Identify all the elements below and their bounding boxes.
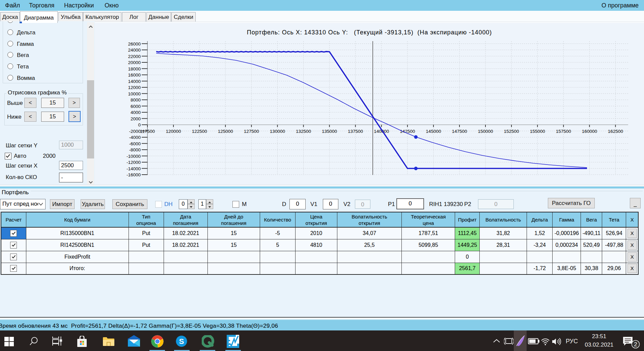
svg-text:8000: 8000 [131, 97, 141, 103]
svg-text:152500: 152500 [504, 129, 519, 134]
svg-text:18000: 18000 [128, 66, 141, 71]
svg-text:4000: 4000 [131, 110, 141, 115]
svg-text:-6000: -6000 [129, 141, 141, 146]
svg-text:16000: 16000 [128, 72, 141, 78]
svg-text:120000: 120000 [166, 129, 181, 134]
svg-text:6000: 6000 [131, 104, 141, 109]
svg-text:-10000: -10000 [127, 154, 141, 159]
svg-text:122500: 122500 [192, 129, 207, 134]
svg-text:155000: 155000 [530, 129, 545, 134]
svg-text:12000: 12000 [128, 85, 141, 90]
svg-text:162500: 162500 [608, 129, 623, 134]
svg-text:-4000: -4000 [129, 135, 141, 140]
svg-text:0: 0 [138, 122, 141, 127]
svg-text:14000: 14000 [128, 79, 141, 84]
svg-text:-8000: -8000 [129, 147, 141, 152]
svg-text:157500: 157500 [556, 129, 571, 134]
svg-text:130000: 130000 [270, 129, 285, 134]
svg-text:22000: 22000 [128, 54, 141, 59]
svg-text:26000: 26000 [128, 41, 141, 47]
svg-text:-14000: -14000 [127, 166, 141, 171]
svg-text:137500: 137500 [348, 129, 363, 134]
svg-text:-12000: -12000 [127, 160, 141, 165]
svg-text:125000: 125000 [218, 129, 233, 134]
svg-text:S: S [179, 337, 184, 346]
svg-text:150000: 150000 [478, 129, 493, 134]
svg-text:160000: 160000 [582, 129, 597, 134]
svg-text:2000: 2000 [131, 116, 141, 121]
svg-text:132500: 132500 [296, 129, 311, 134]
svg-text:Портфель: Ось X: 143310 Ось Y:: Портфель: Ось X: 143310 Ось Y: (Текущий … [247, 29, 492, 36]
svg-text:10000: 10000 [128, 91, 141, 96]
svg-text:135000: 135000 [322, 129, 337, 134]
svg-text:20000: 20000 [128, 60, 141, 65]
svg-text:-16000: -16000 [127, 172, 141, 177]
svg-text:147500: 147500 [452, 129, 467, 134]
svg-text:145000: 145000 [426, 129, 441, 134]
svg-text:2: 2 [634, 341, 637, 348]
svg-text:117500: 117500 [140, 129, 155, 134]
svg-text:24000: 24000 [128, 48, 141, 53]
svg-text:-2000: -2000 [129, 129, 141, 134]
svg-text:127500: 127500 [244, 129, 259, 134]
